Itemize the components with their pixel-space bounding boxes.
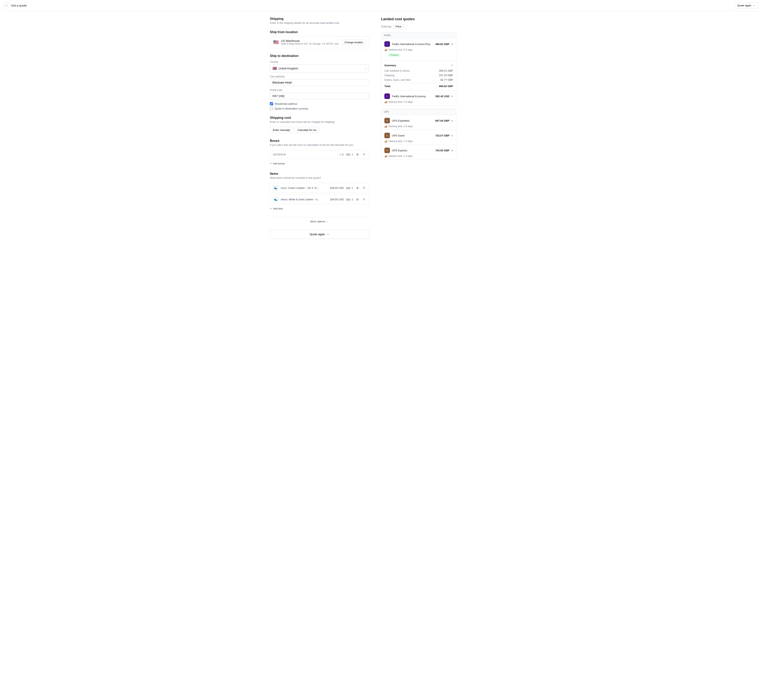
warehouse-name: US Warehouse [281, 39, 340, 42]
shipping-cost-section: Shipping cost Enter or calculate how muc… [270, 116, 369, 133]
box-quantity: Qty: 1 [346, 153, 353, 156]
box-dimensions: 12×12×2 in [273, 153, 337, 156]
close-button[interactable]: × [4, 3, 9, 8]
item-edit-button-1[interactable]: ✎ [362, 197, 366, 202]
fedex-economy-left: F FedEx International Economy [384, 94, 426, 99]
ups-express-price-row: 743.93 GBP ∨ [435, 149, 453, 152]
shipping-title: Shipping [270, 17, 369, 20]
item-name-0: Ivory: Cream Leather - UK 4 / E... [281, 186, 327, 189]
destination-currency-checkbox[interactable] [270, 107, 273, 110]
warehouse-info: US Warehouse 1664 S Dixie Drive H 107, S… [281, 39, 340, 45]
ordering-label: Ordering: [381, 25, 392, 28]
expand-icon[interactable]: ⤢ [451, 64, 453, 67]
summary-total-row: Total 496.62 GBP [384, 83, 453, 88]
item-remove-button-0[interactable]: ⊗ [355, 186, 360, 190]
ups-express-item: U UPS Express 743.93 GBP ∨ 🚚 Delivery ti… [381, 145, 456, 159]
residential-checkbox[interactable] [270, 102, 273, 105]
uk-flag-icon: 🇬🇧 [272, 66, 277, 70]
item-name-1: Alexa: White & Gold Leather - U... [281, 198, 327, 201]
fedex-connect-plus-header: F FedEx International Connect Plus 496.6… [381, 39, 456, 48]
ship-to-section: Ship to destination Country 🇬🇧 United Ki… [270, 54, 369, 110]
enter-manually-button[interactable]: Enter manually [270, 127, 293, 133]
summary-total-value: 496.62 GBP [439, 85, 453, 88]
fedex-connect-plus-delivery: 🚚 Delivery time: 3-5 days [381, 48, 456, 53]
fedex-economy-name: FedEx International Economy [392, 95, 426, 98]
city-label: City (optional) [270, 75, 369, 78]
shipping-cost-subtitle: Enter or calculate how much will be char… [270, 120, 369, 123]
box-weight: 1 lb [340, 153, 344, 156]
fedex-carrier-group: FedEx F FedEx International Connect Plus… [381, 32, 457, 106]
list-item: 👟 Alexa: White & Gold Leather - U... 199… [270, 194, 369, 204]
ups-expedited-price: 687.04 GBP [435, 119, 449, 122]
right-panel: Landed cost quotes Ordering: Price FedEx… [381, 17, 457, 163]
list-item: 👟 Ivory: Cream Leather - UK 4 / E... 199… [270, 183, 369, 193]
item-remove-button-1[interactable]: ⊗ [355, 197, 360, 202]
ups-expedited-toggle[interactable]: ∨ [451, 119, 453, 122]
delivery-truck-icon-4: 🚚 [384, 140, 387, 143]
quote-again-header-button[interactable]: Quote again → [734, 2, 758, 9]
left-panel: Shipping Enter in the shipping details f… [270, 17, 381, 239]
ordering-select[interactable]: Price [393, 24, 407, 29]
shipping-cost-buttons: Enter manually Calculate for me [270, 127, 369, 133]
ups-expedited-price-row: 687.04 GBP ∨ [435, 119, 453, 122]
fedex-connect-plus-price-row: 496.62 GBP ∧ [435, 42, 453, 45]
fedex-economy-delivery: 🚚 Delivery time: 2-5 days [381, 100, 456, 105]
cheapest-badge: Cheapest [388, 53, 401, 57]
shipping-section: Shipping Enter in the shipping details f… [270, 17, 369, 24]
chevron-down-icon: ⌄ [365, 67, 366, 70]
destination-currency-label: Quote in destination currency [275, 107, 308, 110]
item-price-0: 199.00 USD [330, 186, 344, 189]
ups-express-delivery: 🚚 Delivery time: 1-3 days [381, 155, 456, 159]
calculate-for-me-button[interactable]: Calculate for me [295, 127, 319, 133]
location-card: 🇺🇸 US Warehouse 1664 S Dixie Drive H 107… [270, 36, 369, 48]
box-remove-button[interactable]: ⊗ [355, 152, 360, 157]
fedex-economy-toggle[interactable]: ∨ [451, 95, 453, 98]
delivery-truck-icon: 🚚 [384, 48, 387, 51]
items-section: Items What items should be included in t… [270, 172, 369, 211]
add-boxes-row[interactable]: + Add boxes [270, 161, 369, 166]
ups-saver-item: U UPS Saver 732.07 GBP ∨ 🚚 Delivery time… [381, 130, 456, 145]
postal-input[interactable] [270, 93, 369, 99]
box-edit-button[interactable]: ✎ [362, 152, 366, 157]
postal-label: Postal code [270, 89, 369, 91]
delivery-truck-icon-2: 🚚 [384, 100, 387, 103]
boxes-title: Boxes [270, 139, 369, 143]
ups-expedited-left: U UPS Expedited [384, 118, 409, 123]
city-input[interactable] [270, 79, 369, 86]
shipping-cost-title: Shipping cost [270, 116, 369, 120]
landed-cost-title: Landed cost quotes [381, 17, 457, 21]
summary-section: Summary ⤢ Cart subtotal (2 items) 306.51… [381, 61, 456, 91]
more-options-row[interactable]: More options ⌄ [270, 217, 369, 226]
chevron-down-more-icon: ⌄ [326, 220, 329, 223]
location-card-left: 🇺🇸 US Warehouse 1664 S Dixie Drive H 107… [273, 39, 340, 45]
quote-again-bottom-label: Quote again [310, 233, 325, 236]
header-left: × Get a quote [4, 3, 27, 8]
add-item-row[interactable]: + Add item [270, 206, 369, 211]
residential-label: Residential address [275, 102, 297, 105]
item-edit-button-0[interactable]: ✎ [362, 186, 366, 190]
arrow-right-icon: → [753, 4, 755, 7]
summary-shipping-label: Shipping [384, 74, 394, 77]
box-item: 12×12×2 in 1 lb Qty: 1 ⊗ ✎ [270, 150, 369, 159]
ship-from-section: Ship from location 🇺🇸 US Warehouse 1664 … [270, 30, 369, 48]
warehouse-address: 1664 S Dixie Drive H 107, St. George, UT… [281, 42, 340, 45]
main-content: Shipping Enter in the shipping details f… [262, 11, 500, 245]
ups-saver-price-row: 732.07 GBP ∨ [435, 134, 453, 137]
fedex-economy-price: 582.42 USD [435, 95, 449, 98]
ups-express-price: 743.93 GBP [435, 149, 449, 152]
arrow-right-bottom-icon: → [326, 233, 329, 236]
country-select[interactable]: United Kingdom [279, 67, 365, 70]
ups-saver-toggle[interactable]: ∨ [451, 134, 453, 137]
ups-express-toggle[interactable]: ∨ [451, 149, 453, 152]
quote-again-bottom-button[interactable]: Quote again → [270, 230, 369, 239]
items-title: Items [270, 172, 369, 175]
ship-to-title: Ship to destination [270, 54, 369, 58]
ups-carrier-label: UPS [381, 109, 456, 115]
destination-currency-row: Quote in destination currency [270, 107, 369, 110]
fedex-connect-plus-toggle[interactable]: ∧ [451, 42, 453, 45]
country-select-wrap[interactable]: 🇬🇧 United Kingdom ⌄ [270, 64, 369, 72]
ordering-wrap[interactable]: Price [393, 24, 407, 29]
change-location-button[interactable]: Change location [342, 39, 366, 45]
item-qty-1: Qty: 1 [346, 198, 353, 201]
add-boxes-label: Add boxes [273, 162, 285, 165]
